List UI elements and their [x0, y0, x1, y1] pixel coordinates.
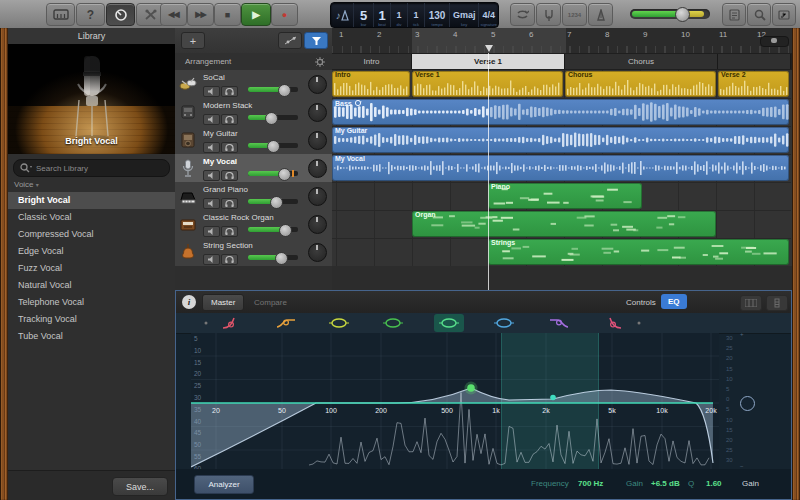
list-item[interactable]: Tube Vocal: [8, 328, 175, 345]
eq-band-bell-button[interactable]: [327, 316, 351, 334]
volume-knob[interactable]: [279, 224, 292, 237]
pan-knob[interactable]: [308, 159, 327, 178]
metronome-button[interactable]: [588, 3, 613, 26]
tuner-button[interactable]: [536, 3, 561, 26]
eq-band-dot-button[interactable]: [194, 316, 218, 334]
info-button[interactable]: i: [182, 295, 196, 309]
track-header-row[interactable]: My Guitar: [175, 126, 332, 155]
mute-button[interactable]: [203, 198, 220, 209]
region-green[interactable]: Strings: [488, 239, 789, 265]
solo-button[interactable]: [221, 170, 238, 181]
region-blue[interactable]: My Guitar: [332, 127, 789, 153]
region-yellow[interactable]: Intro: [332, 71, 410, 97]
zoom-slider[interactable]: [760, 36, 789, 47]
region-yellow[interactable]: Verse 2: [718, 71, 789, 97]
compare-button[interactable]: Compare: [254, 298, 287, 307]
automation-button[interactable]: [278, 32, 302, 49]
lcd-mode[interactable]: ♪: [331, 3, 354, 27]
arrangement-marker[interactable]: [718, 54, 791, 69]
volume-slider[interactable]: [248, 227, 298, 232]
eq-plot[interactable]: 20501002005001k2k5k10k20k510152025303540…: [191, 333, 719, 469]
pan-knob[interactable]: [308, 215, 327, 234]
list-item[interactable]: Telephone Vocal: [8, 294, 175, 311]
eq-band-highshelf-button[interactable]: [547, 316, 571, 334]
arrangement-row[interactable]: Arrangement: [175, 53, 332, 71]
add-track-button[interactable]: +: [181, 32, 205, 49]
volume-slider[interactable]: [248, 199, 298, 204]
lcd-tick[interactable]: 1 tick: [408, 3, 425, 27]
forward-button[interactable]: ▶▶: [187, 3, 214, 26]
frequency-value[interactable]: 700 Hz: [578, 479, 603, 488]
pan-knob[interactable]: [308, 187, 327, 206]
analyzer-button[interactable]: Analyzer: [194, 475, 254, 494]
lcd-div[interactable]: 1 div: [391, 3, 408, 27]
track-header-row[interactable]: String Section: [175, 238, 332, 267]
track-header-row[interactable]: Modern Stack: [175, 98, 332, 127]
solo-button[interactable]: [221, 142, 238, 153]
track-header-row[interactable]: Grand Piano: [175, 182, 332, 211]
arrangement-marker[interactable]: Chorus: [565, 54, 718, 69]
list-item[interactable]: Edge Vocal: [8, 243, 175, 260]
media-browser-button[interactable]: [772, 3, 796, 26]
list-item[interactable]: Tracking Vocal: [8, 311, 175, 328]
pan-knob[interactable]: [308, 103, 327, 122]
volume-slider[interactable]: [248, 115, 298, 120]
section-voice[interactable]: Voice ▾: [14, 180, 39, 189]
volume-knob[interactable]: [265, 112, 278, 125]
pan-knob[interactable]: [308, 75, 327, 94]
mute-button[interactable]: [203, 254, 220, 265]
cycle-button[interactable]: [510, 3, 535, 26]
track-header-row[interactable]: My Vocal: [175, 154, 332, 183]
volume-knob[interactable]: [275, 252, 288, 265]
meter-panel-button[interactable]: [766, 295, 788, 311]
solo-button[interactable]: [221, 86, 238, 97]
solo-button[interactable]: [221, 226, 238, 237]
lcd-display[interactable]: ♪ 5 bar 1 beat 1 div 1 tick 130 tempo: [330, 2, 499, 28]
q-value[interactable]: 1.60: [706, 479, 722, 488]
volume-slider[interactable]: [248, 143, 298, 148]
solo-button[interactable]: [221, 254, 238, 265]
eq-band-lowshelf-button[interactable]: [274, 316, 298, 334]
list-item[interactable]: Natural Vocal: [8, 277, 175, 294]
solo-button[interactable]: [221, 114, 238, 125]
eq-band-dot-button[interactable]: [627, 316, 651, 334]
solo-button[interactable]: [221, 198, 238, 209]
lcd-bar[interactable]: 5 bar: [354, 3, 374, 27]
eq-band-highpass-button[interactable]: [219, 316, 243, 334]
eq-gain-knob[interactable]: [740, 396, 755, 411]
list-item[interactable]: Bright Vocal: [8, 192, 175, 209]
list-item[interactable]: Fuzz Vocal: [8, 260, 175, 277]
volume-knob[interactable]: [267, 140, 280, 153]
arrangement-marker[interactable]: Intro: [332, 54, 412, 69]
play-button[interactable]: ▶: [241, 3, 271, 26]
eq-tab[interactable]: EQ: [661, 294, 687, 309]
volume-knob[interactable]: [278, 84, 291, 97]
volume-slider[interactable]: [248, 171, 298, 176]
catch-playhead-button[interactable]: [304, 32, 328, 49]
volume-knob[interactable]: [278, 168, 291, 181]
count-in-button[interactable]: 1234: [562, 3, 587, 26]
eq-band-bell-button[interactable]: [381, 316, 405, 334]
region-blue[interactable]: Bass: [332, 99, 789, 125]
smart-controls-button[interactable]: [106, 3, 135, 26]
master-tab[interactable]: Master: [202, 294, 244, 311]
list-item[interactable]: Compressed Vocal: [8, 226, 175, 243]
mute-button[interactable]: [203, 114, 220, 125]
eq-band-bell-button[interactable]: [437, 316, 461, 334]
save-button[interactable]: Save...: [112, 477, 168, 496]
region-blue[interactable]: My Vocal: [332, 155, 789, 181]
notepad-button[interactable]: [722, 3, 746, 26]
lcd-tempo[interactable]: 130 tempo: [425, 3, 450, 27]
search-input[interactable]: Search Library: [13, 159, 170, 177]
pan-knob[interactable]: [308, 243, 327, 262]
volume-slider[interactable]: [248, 255, 298, 260]
mute-button[interactable]: [203, 142, 220, 153]
gear-icon[interactable]: [315, 57, 325, 67]
mute-button[interactable]: [203, 86, 220, 97]
eq-curve-chart[interactable]: 20501002005001k2k5k10k20k510152025303540…: [191, 333, 719, 469]
track-header-row[interactable]: Classic Rock Organ: [175, 210, 332, 239]
quick-help-button[interactable]: ?: [76, 3, 105, 26]
stop-button[interactable]: ■: [214, 3, 241, 26]
list-item[interactable]: Classic Vocal: [8, 209, 175, 226]
eq-band-bell-button[interactable]: [492, 316, 516, 334]
